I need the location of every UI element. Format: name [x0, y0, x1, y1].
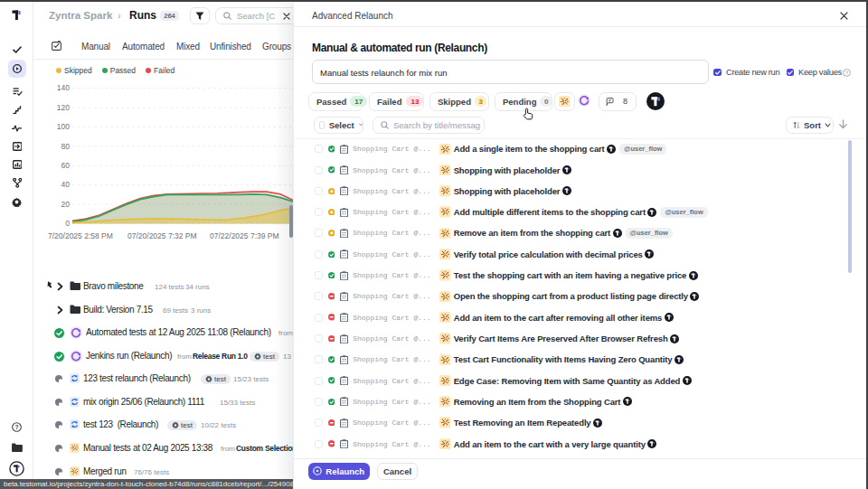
svg-text:?: ?	[845, 70, 848, 75]
svg-text:60: 60	[61, 161, 71, 170]
svg-text:40: 40	[61, 180, 71, 189]
svg-text:80: 80	[61, 142, 71, 151]
svg-text:20: 20	[61, 200, 71, 209]
svg-text:120: 120	[57, 103, 70, 112]
svg-text:0: 0	[65, 219, 70, 228]
svg-text:?: ?	[14, 424, 18, 430]
svg-text:140: 140	[57, 83, 70, 92]
svg-text:100: 100	[57, 122, 70, 131]
